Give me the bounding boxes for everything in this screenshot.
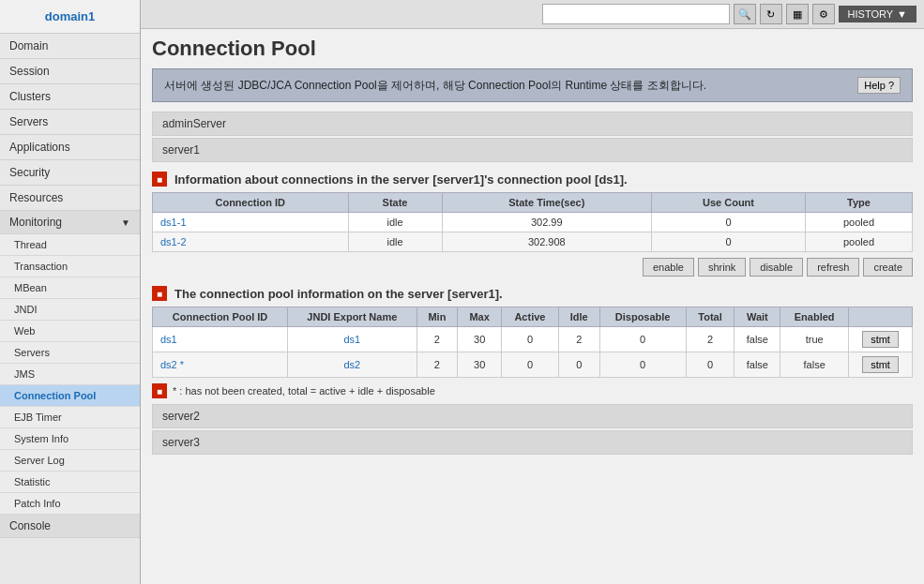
pool-max: 30: [458, 327, 502, 352]
search-icon[interactable]: 🔍: [734, 4, 756, 24]
conn-use-count: 0: [652, 232, 806, 252]
pool-section-title: The connection pool information on the s…: [174, 287, 503, 301]
sidebar-domain[interactable]: domain1: [0, 0, 140, 34]
pool-disposable: 0: [599, 327, 686, 352]
conn-type: pooled: [805, 213, 912, 232]
grid-icon[interactable]: ▦: [786, 4, 809, 24]
history-chevron-icon: ▼: [897, 8, 907, 20]
pool-total: 0: [686, 352, 735, 378]
section-icon-pool: ■: [152, 286, 167, 301]
page-title: Connection Pool: [152, 37, 913, 61]
pool-active: 0: [502, 327, 559, 352]
sidebar-sub-jms[interactable]: JMS: [0, 364, 140, 385]
admin-server-row: adminServer: [152, 112, 913, 136]
pool-table: Connection Pool ID JNDI Export Name Min …: [152, 307, 913, 378]
sidebar-item-clusters[interactable]: Clusters: [0, 84, 140, 110]
history-button[interactable]: HISTORY ▼: [839, 6, 916, 22]
server1-row: server1: [152, 138, 913, 162]
disable-button[interactable]: disable: [750, 258, 803, 277]
pool-jndi-link[interactable]: ds2: [343, 359, 360, 370]
sidebar-item-security[interactable]: Security: [0, 160, 140, 186]
pool-jndi-link[interactable]: ds1: [343, 334, 360, 345]
sidebar-item-session[interactable]: Session: [0, 59, 140, 84]
pool-col-wait: Wait: [735, 307, 780, 327]
sidebar-item-domain[interactable]: Domain: [0, 34, 140, 59]
connections-section-header: ■ Information about connections in the s…: [152, 172, 913, 187]
connections-table: Connection ID State State Time(sec) Use …: [152, 192, 913, 252]
banner-text: 서버에 생성된 JDBC/JCA Connection Pool을 제어하며, …: [164, 77, 706, 94]
settings-icon[interactable]: ⚙: [812, 4, 835, 24]
refresh-button[interactable]: refresh: [807, 258, 859, 277]
note-icon: ■: [152, 383, 167, 398]
pool-col-idle: Idle: [558, 307, 599, 327]
sidebar-console-section[interactable]: Console: [0, 515, 140, 538]
pool-min: 2: [417, 352, 458, 378]
pool-max: 30: [458, 352, 502, 378]
pool-col-enabled: Enabled: [780, 307, 849, 327]
server2-row: server2: [152, 404, 913, 428]
stmt-button[interactable]: stmt: [862, 356, 899, 373]
pool-enabled: true: [780, 327, 849, 352]
stmt-button[interactable]: stmt: [862, 331, 899, 348]
pool-id-link[interactable]: ds1: [160, 334, 177, 345]
table-row: ds2 * ds2 2 30 0 0 0 0 false false stmt: [153, 352, 913, 378]
conn-state: idle: [348, 213, 442, 232]
pool-disposable: 0: [599, 352, 686, 378]
table-row: ds1-2 idle 302.908 0 pooled: [153, 232, 913, 252]
main-content: 🔍 ↻ ▦ ⚙ HISTORY ▼ Connection Pool 서버에 생성…: [141, 0, 924, 584]
sidebar-sub-jndi[interactable]: JNDI: [0, 299, 140, 321]
pool-idle: 2: [558, 327, 599, 352]
sidebar-monitoring-section[interactable]: Monitoring ▼: [0, 211, 140, 234]
section-icon-connections: ■: [152, 172, 167, 187]
pool-enabled: false: [780, 352, 849, 378]
pool-col-max: Max: [458, 307, 502, 327]
sidebar-sub-server-log[interactable]: Server Log: [0, 450, 140, 472]
sidebar-sub-mbean[interactable]: MBean: [0, 277, 140, 299]
create-button[interactable]: create: [863, 258, 913, 277]
pool-col-jndi: JNDI Export Name: [288, 307, 417, 327]
sidebar-sub-web[interactable]: Web: [0, 321, 140, 342]
refresh-icon[interactable]: ↻: [760, 4, 782, 24]
conn-type: pooled: [805, 232, 912, 252]
sidebar-sub-servers[interactable]: Servers: [0, 342, 140, 364]
enable-button[interactable]: enable: [643, 258, 694, 277]
sidebar-sub-ejb-timer[interactable]: EJB Timer: [0, 407, 140, 428]
pool-col-total: Total: [686, 307, 735, 327]
pool-min: 2: [417, 327, 458, 352]
sidebar-sub-patch-info[interactable]: Patch Info: [0, 493, 140, 515]
table-row: ds1-1 idle 302.99 0 pooled: [153, 213, 913, 232]
sidebar-item-resources[interactable]: Resources: [0, 186, 140, 211]
sidebar-sub-statistic[interactable]: Statistic: [0, 472, 140, 493]
sidebar-sub-thread[interactable]: Thread: [0, 234, 140, 256]
pool-active: 0: [502, 352, 559, 378]
conn-time: 302.99: [442, 213, 651, 232]
conn-use-count: 0: [652, 213, 806, 232]
search-input[interactable]: [542, 4, 730, 24]
connection-id-link[interactable]: ds1-2: [160, 236, 187, 247]
col-connection-id: Connection ID: [153, 193, 349, 213]
info-banner: 서버에 생성된 JDBC/JCA Connection Pool을 제어하며, …: [152, 68, 913, 102]
sidebar-item-applications[interactable]: Applications: [0, 135, 140, 160]
sidebar-sub-system-info[interactable]: System Info: [0, 428, 140, 450]
connection-id-link[interactable]: ds1-1: [160, 217, 187, 228]
shrink-button[interactable]: shrink: [698, 258, 746, 277]
pool-col-id: Connection Pool ID: [153, 307, 288, 327]
pool-wait: false: [735, 327, 780, 352]
col-type: Type: [805, 193, 912, 213]
sidebar-monitoring-label: Monitoring: [9, 216, 62, 229]
help-button[interactable]: Help ?: [857, 77, 901, 94]
sidebar-sub-connection-pool[interactable]: Connection Pool: [0, 385, 140, 407]
sidebar-console-label: Console: [9, 519, 51, 532]
sidebar-sub-transaction[interactable]: Transaction: [0, 256, 140, 277]
pool-col-disposable: Disposable: [599, 307, 686, 327]
topbar-search-area: 🔍 ↻ ▦ ⚙ HISTORY ▼: [542, 4, 916, 24]
sidebar: domain1 Domain Session Clusters Servers …: [0, 0, 141, 584]
pool-id-link[interactable]: ds2 *: [160, 359, 184, 370]
conn-time: 302.908: [442, 232, 651, 252]
note-text: * : has not been created, total = active…: [173, 385, 435, 397]
server3-row: server3: [152, 430, 913, 455]
chevron-down-icon: ▼: [121, 217, 130, 228]
sidebar-item-servers[interactable]: Servers: [0, 110, 140, 135]
pool-col-stmt: [849, 307, 913, 327]
content-area: Connection Pool 서버에 생성된 JDBC/JCA Connect…: [141, 29, 924, 584]
